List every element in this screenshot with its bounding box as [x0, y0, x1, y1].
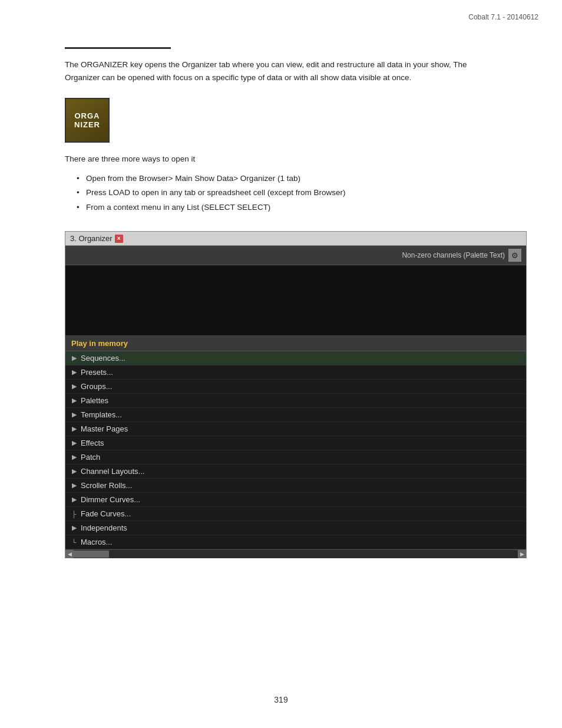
tree-arrow-icon: ▶: [70, 439, 78, 447]
tree-item-label: Templates...: [81, 410, 122, 419]
tree-arrow-icon: └: [70, 538, 78, 546]
section-header: Play in memory: [65, 336, 526, 351]
organizer-panel: 3. Organizer × Non-zero channels (Palett…: [65, 231, 527, 558]
tree-item-label: Macros...: [81, 538, 112, 546]
organizer-tree-list: ▶Sequences...▶Presets...▶Groups...▶Palet…: [65, 351, 526, 549]
tree-item-label: Master Pages: [81, 424, 128, 433]
tree-item-label: Groups...: [81, 382, 112, 391]
tree-arrow-icon: ▶: [70, 467, 78, 476]
tree-item[interactable]: ▶Effects: [65, 436, 526, 450]
scroll-track[interactable]: [74, 550, 518, 558]
tree-item-label: Sequences...: [81, 354, 125, 363]
tree-item[interactable]: ▶Channel Layouts...: [65, 465, 526, 479]
tree-item-label: Scroller Rolls...: [81, 481, 132, 490]
scroll-left-button[interactable]: ◀: [65, 550, 74, 558]
tree-item-label: Effects: [81, 439, 104, 447]
tree-arrow-icon: ▶: [70, 411, 78, 419]
tree-item[interactable]: ▶Patch: [65, 450, 526, 465]
close-tab-button[interactable]: ×: [115, 235, 123, 243]
tree-item[interactable]: ▶Templates...: [65, 408, 526, 422]
tree-arrow-icon: ▶: [70, 425, 78, 433]
scroll-right-button[interactable]: ▶: [518, 550, 526, 558]
organizer-titlebar: 3. Organizer ×: [65, 232, 526, 246]
organizer-key-button[interactable]: ORGA NIZER: [65, 98, 110, 143]
bullet-item: Open from the Browser> Main Show Data> O…: [77, 172, 527, 186]
tree-arrow-icon: ▶: [70, 397, 78, 405]
bullet-list: Open from the Browser> Main Show Data> O…: [65, 172, 527, 215]
filter-text: Non-zero channels (Palette Text): [402, 251, 505, 259]
tree-item-label: Independents: [81, 523, 127, 532]
ways-intro-text: There are three more ways to open it: [65, 154, 527, 163]
tree-item[interactable]: ▶Scroller Rolls...: [65, 479, 526, 493]
section-divider: [65, 47, 171, 49]
tree-item[interactable]: ▶Presets...: [65, 365, 526, 380]
tree-item[interactable]: ├Fade Curves...: [65, 507, 526, 521]
tree-item-label: Palettes: [81, 396, 108, 405]
bullet-item: Press LOAD to open in any tab or spreads…: [77, 186, 527, 200]
tree-item[interactable]: ▶Dimmer Curves...: [65, 493, 526, 507]
tree-arrow-icon: ▶: [70, 383, 78, 391]
tree-item[interactable]: ▶Independents: [65, 521, 526, 535]
gear-button[interactable]: ⚙: [508, 249, 521, 262]
organizer-toolbar: Non-zero channels (Palette Text) ⚙: [65, 246, 526, 265]
tree-arrow-icon: ├: [70, 510, 78, 518]
horizontal-scrollbar[interactable]: ◀ ▶: [65, 549, 526, 558]
organizer-preview-area: [65, 265, 526, 336]
version-text: Cobalt 7.1 - 20140612: [468, 13, 538, 21]
bullet-item: From a context menu in any List (SELECT …: [77, 200, 527, 215]
tree-item[interactable]: └Macros...: [65, 535, 526, 549]
tree-item-label: Fade Curves...: [81, 509, 131, 518]
tree-item-label: Dimmer Curves...: [81, 495, 140, 504]
tree-arrow-icon: ▶: [70, 368, 78, 377]
key-line1: ORGA: [75, 111, 100, 120]
tree-arrow-icon: ▶: [70, 453, 78, 462]
tree-arrow-icon: ▶: [70, 482, 78, 490]
intro-paragraph: The ORGANIZER key opens the Organizer ta…: [65, 58, 489, 84]
tree-item[interactable]: ▶Sequences...: [65, 351, 526, 365]
page-number: 319: [274, 695, 287, 704]
tab-label: 3. Organizer: [70, 234, 113, 243]
tree-item-label: Presets...: [81, 368, 113, 377]
tree-item-label: Channel Layouts...: [81, 467, 144, 476]
key-line2: NIZER: [74, 120, 100, 129]
tree-item-label: Patch: [81, 453, 100, 462]
tree-item[interactable]: ▶Groups...: [65, 380, 526, 394]
tree-arrow-icon: ▶: [70, 524, 78, 532]
tree-arrow-icon: ▶: [70, 354, 78, 363]
tree-arrow-icon: ▶: [70, 496, 78, 504]
tree-item[interactable]: ▶Palettes: [65, 394, 526, 408]
scroll-thumb[interactable]: [74, 551, 109, 558]
tree-item[interactable]: ▶Master Pages: [65, 422, 526, 436]
